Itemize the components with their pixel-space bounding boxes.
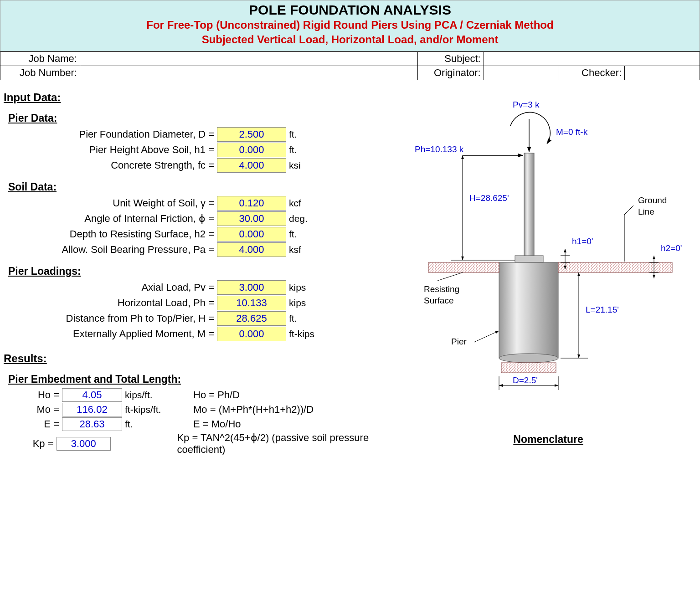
svg-rect-10 [501, 363, 556, 373]
job-name-field[interactable] [80, 51, 417, 66]
input-H[interactable]: 28.625 [217, 311, 286, 326]
svg-rect-8 [428, 262, 499, 272]
unit-fc: ksi [286, 160, 301, 171]
unit-Ph: kips [286, 298, 306, 308]
row-gamma: Unit Weight of Soil, γ = 0.120 kcf [0, 196, 396, 211]
svg-line-26 [474, 331, 499, 342]
heading-nomenclature: Nomenclature [396, 433, 700, 446]
row-Ho: Ho = 4.05 kips/ft. Ho = Ph/D [0, 388, 396, 402]
unit-E: ft. [122, 419, 175, 430]
row-h1: Pier Height Above Soil, h1 = 0.000 ft. [0, 143, 396, 157]
input-M[interactable]: 0.000 [217, 327, 286, 341]
svg-rect-5 [515, 256, 543, 262]
unit-Ho: kips/ft. [122, 390, 175, 401]
row-h2: Depth to Resisting Surface, h2 = 0.000 f… [0, 227, 396, 241]
diag-H: H=28.625' [469, 193, 509, 203]
heading-embedment: Pier Embedment and Total Length: [8, 373, 396, 385]
label-Kp: Kp = [0, 438, 57, 450]
diag-pier: Pier [451, 337, 467, 346]
diag-ph: Ph=10.133 k [415, 144, 464, 154]
heading-results: Results: [4, 352, 396, 365]
unit-gamma: kcf [286, 198, 301, 209]
input-h1[interactable]: 0.000 [217, 143, 286, 157]
subtitle-2: Subjected Vertical Load, Horizontal Load… [0, 32, 700, 47]
unit-H: ft. [286, 313, 297, 324]
svg-rect-4 [524, 153, 534, 260]
unit-M: ft-kips [286, 329, 314, 339]
subject-field[interactable] [484, 51, 700, 66]
unit-h1: ft. [286, 144, 297, 155]
row-Ph: Horizontal Load, Ph = 10.133 kips [0, 296, 396, 310]
row-H: Distance from Ph to Top/Pier, H = 28.625… [0, 311, 396, 326]
label-Ph: Horizontal Load, Ph = [0, 297, 217, 309]
job-number-field[interactable] [80, 66, 417, 80]
diag-D: D=2.5' [513, 375, 538, 385]
label-h2: Depth to Resisting Surface, h2 = [0, 228, 217, 240]
label-Mo: Mo = [0, 404, 62, 416]
input-Pv[interactable]: 3.000 [217, 280, 286, 295]
checker-field[interactable] [625, 66, 700, 80]
label-M: Externally Applied Moment, M = [0, 328, 217, 340]
row-Kp: Kp = 3.000 Kp = TAN^2(45+ϕ/2) (passive s… [0, 432, 396, 456]
input-D[interactable]: 2.500 [217, 127, 286, 142]
formula-Mo: Mo = (M+Ph*(H+h1+h2))/D [175, 404, 314, 416]
subject-label: Subject: [418, 51, 484, 66]
input-Ph[interactable]: 10.133 [217, 296, 286, 310]
diagram-panel: Pv=3 k M=0 ft-k Ph=10.133 k H=28.625' Gr… [396, 80, 700, 457]
heading-soil-data: Soil Data: [8, 181, 396, 193]
diag-line: Line [638, 207, 654, 216]
row-Mo: Mo = 116.02 ft-kips/ft. Mo = (M+Ph*(H+h1… [0, 403, 396, 416]
label-D: Pier Foundation Diameter, D = [0, 128, 217, 140]
unit-Mo: ft-kips/ft. [122, 404, 175, 415]
row-fc: Concrete Strength, fc = 4.000 ksi [0, 158, 396, 173]
row-phi: Angle of Internal Friction, ϕ = 30.00 de… [0, 211, 396, 226]
label-fc: Concrete Strength, fc = [0, 159, 217, 171]
originator-label: Originator: [418, 66, 484, 80]
unit-phi: deg. [286, 213, 308, 224]
unit-D: ft. [286, 129, 297, 140]
svg-line-23 [438, 272, 463, 281]
input-phi[interactable]: 30.00 [217, 211, 286, 226]
diag-ground: Ground [638, 195, 667, 205]
formula-Kp: Kp = TAN^2(45+ϕ/2) (passive soil pressur… [159, 432, 396, 456]
job-number-label: Job Number: [0, 66, 80, 80]
unit-h2: ft. [286, 229, 297, 240]
input-Pa[interactable]: 4.000 [217, 242, 286, 257]
heading-pier-loadings: Pier Loadings: [8, 265, 396, 277]
output-Kp: 3.000 [57, 437, 111, 451]
input-h2[interactable]: 0.000 [217, 227, 286, 241]
input-gamma[interactable]: 0.120 [217, 196, 286, 211]
diag-pv: Pv=3 k [513, 100, 540, 109]
label-Pa: Allow. Soil Bearing Pressure, Pa = [0, 244, 217, 256]
diag-resisting: Resisting [424, 284, 459, 294]
label-phi: Angle of Internal Friction, ϕ = [0, 213, 217, 225]
row-M: Externally Applied Moment, M = 0.000 ft-… [0, 327, 396, 341]
svg-rect-6 [499, 262, 558, 358]
originator-field[interactable] [484, 66, 559, 80]
checker-label: Checker: [559, 66, 625, 80]
diag-h1: h1=0' [572, 236, 593, 246]
subtitle-1: For Free-Top (Unconstrained) Rigid Round… [0, 18, 700, 32]
title-block: POLE FOUNDATION ANALYSIS For Free-Top (U… [0, 0, 700, 51]
diag-h2: h2=0' [661, 243, 682, 253]
svg-point-7 [499, 354, 558, 363]
formula-E: E = Mo/Ho [175, 418, 241, 430]
input-fc[interactable]: 4.000 [217, 158, 286, 173]
unit-Pv: kips [286, 282, 306, 293]
diag-L: L=21.15' [586, 305, 619, 314]
diag-surface: Surface [424, 296, 453, 305]
label-Pv: Axial Load, Pv = [0, 282, 217, 293]
row-Pv: Axial Load, Pv = 3.000 kips [0, 280, 396, 295]
row-D: Pier Foundation Diameter, D = 2.500 ft. [0, 127, 396, 142]
formula-Ho: Ho = Ph/D [175, 389, 240, 401]
output-E: 28.63 [62, 417, 122, 431]
svg-line-16 [624, 205, 633, 215]
unit-Pa: ksf [286, 244, 301, 255]
row-E: E = 28.63 ft. E = Mo/Ho [0, 417, 396, 431]
row-Pa: Allow. Soil Bearing Pressure, Pa = 4.000… [0, 242, 396, 257]
svg-rect-9 [558, 262, 672, 272]
heading-pier-data: Pier Data: [8, 112, 396, 124]
nomenclature-diagram: Pv=3 k M=0 ft-k Ph=10.133 k H=28.625' Gr… [396, 94, 688, 422]
label-h1: Pier Height Above Soil, h1 = [0, 144, 217, 156]
job-name-label: Job Name: [0, 51, 80, 66]
